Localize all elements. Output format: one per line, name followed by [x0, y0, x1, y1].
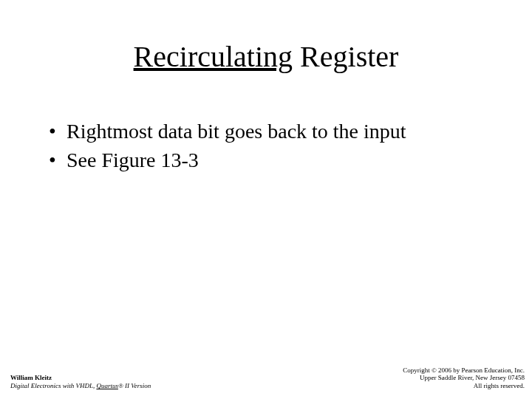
rights-line: All rights reserved.: [403, 382, 525, 390]
title-underlined: Recirculating: [134, 40, 293, 73]
footer-left: William Kleitz Digital Electronics with …: [10, 374, 151, 390]
slide: Recirculating Register Rightmost data bi…: [0, 0, 532, 399]
title-plain: Register: [293, 40, 398, 73]
bullet-list: Rightmost data bit goes back to the inpu…: [49, 118, 488, 173]
book-underlined: Quartus: [96, 382, 118, 389]
address-line: Upper Saddle River, New Jersey 07458: [403, 374, 525, 382]
book-suffix: ® II Version: [118, 382, 151, 389]
book-prefix: Digital Electronics with VHDL,: [10, 382, 96, 389]
footer-right: Copyright © 2006 by Pearson Education, I…: [403, 366, 525, 390]
bullet-text: Rightmost data bit goes back to the inpu…: [66, 120, 406, 143]
body-text: Rightmost data bit goes back to the inpu…: [49, 118, 488, 176]
book-title: Digital Electronics with VHDL, Quartus® …: [10, 382, 151, 390]
slide-title: Recirculating Register: [0, 41, 532, 73]
author-name: William Kleitz: [10, 374, 151, 382]
copyright-line: Copyright © 2006 by Pearson Education, I…: [403, 366, 525, 375]
list-item: Rightmost data bit goes back to the inpu…: [49, 118, 488, 144]
list-item: See Figure 13-3: [49, 147, 488, 173]
bullet-text: See Figure 13-3: [66, 149, 199, 171]
